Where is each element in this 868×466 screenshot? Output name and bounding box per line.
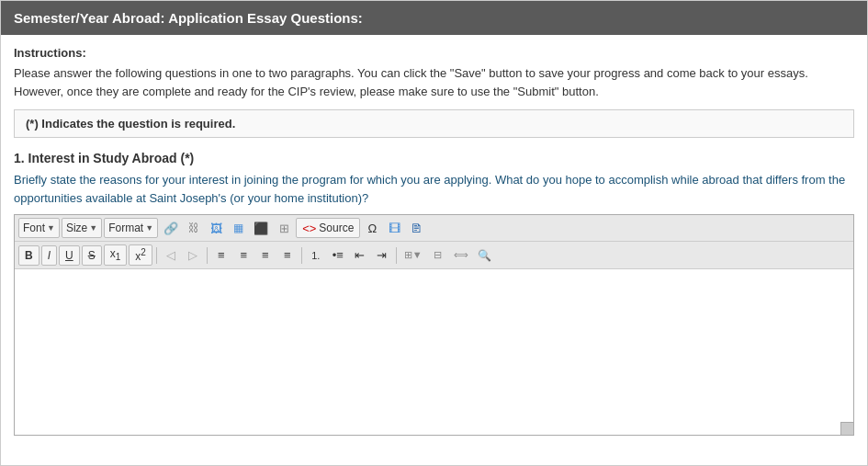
superscript-label: x2 <box>135 247 146 263</box>
template-button[interactable]: 🖹 <box>406 218 426 238</box>
page-wrapper: Semester/Year Abroad: Application Essay … <box>0 0 868 466</box>
indent-decrease-button[interactable]: ⇤ <box>350 245 370 266</box>
redo-icon: ▷ <box>188 248 197 262</box>
link-icon: 🔗 <box>163 222 178 235</box>
unordered-list-button[interactable]: •≡ <box>328 245 348 266</box>
justify-icon: ≡ <box>284 248 291 262</box>
undo-icon: ◁ <box>166 248 175 262</box>
question-description: Briefly state the reasons for your inter… <box>14 171 854 207</box>
find-button[interactable]: 🔍 <box>474 245 495 266</box>
align-left-button[interactable]: ≡ <box>211 245 231 266</box>
align-center-icon: ≡ <box>241 248 247 262</box>
table-tools-button[interactable]: ⊞▼ <box>400 245 426 266</box>
table-icon: ▦ <box>233 222 243 234</box>
font-chevron-icon: ▼ <box>47 223 55 233</box>
font-label: Font <box>23 222 45 234</box>
maximize-icon: ⟺ <box>454 249 468 261</box>
required-notice: (*) Indicates the question is required. <box>14 109 854 138</box>
media-button[interactable]: 🎞 <box>384 218 404 238</box>
font-dropdown[interactable]: Font ▼ <box>18 218 60 238</box>
omega-icon: Ω <box>368 222 378 235</box>
instructions-text: Please answer the following questions in… <box>14 64 854 100</box>
instructions-label: Instructions: <box>14 46 854 60</box>
strikethrough-button[interactable]: S <box>82 245 102 266</box>
table-tools-icon: ⊞▼ <box>404 249 423 261</box>
media-icon: 🎞 <box>389 222 400 235</box>
special-chars-button[interactable]: Ω <box>362 218 382 238</box>
rich-text-editor[interactable]: Font ▼ Size ▼ Format ▼ 🔗 <box>14 214 854 436</box>
indent-increase-icon: ⇥ <box>377 248 387 262</box>
toolbar-row2: B I U S x1 <box>15 242 853 269</box>
format-chevron-icon: ▼ <box>145 223 153 233</box>
format-label: Format <box>108 222 143 234</box>
align-right-button[interactable]: ≡ <box>255 245 276 266</box>
format-dropdown[interactable]: Format ▼ <box>104 218 158 238</box>
size-dropdown[interactable]: Size ▼ <box>62 218 102 238</box>
page-title: Semester/Year Abroad: Application Essay … <box>14 10 363 26</box>
template-icon: 🖹 <box>411 222 423 235</box>
align-right-icon: ≡ <box>262 248 269 262</box>
source-label: Source <box>319 222 354 234</box>
undo-button[interactable]: ◁ <box>161 245 181 266</box>
maximize-button[interactable]: ⟺ <box>450 245 472 266</box>
insert-special-button[interactable]: ⬛ <box>250 218 272 238</box>
separator2 <box>207 247 208 264</box>
subscript-label: x1 <box>110 247 121 262</box>
image-icon: 🖼 <box>210 222 222 235</box>
italic-label: I <box>48 249 51 262</box>
superscript-button[interactable]: x2 <box>129 244 152 266</box>
align-left-icon: ≡ <box>218 248 225 262</box>
toolbar-row1: Font ▼ Size ▼ Format ▼ 🔗 <box>15 215 853 242</box>
ordered-list-icon: 1. <box>311 250 320 261</box>
bold-label: B <box>25 249 33 262</box>
underline-button[interactable]: U <box>59 245 80 266</box>
italic-button[interactable]: I <box>41 245 57 266</box>
editor-resize-handle[interactable] <box>840 422 853 435</box>
editor-content-area[interactable] <box>15 269 853 435</box>
table-button[interactable]: ▦ <box>228 218 248 238</box>
show-blocks-button[interactable]: ⊟ <box>428 245 448 266</box>
size-chevron-icon: ▼ <box>89 223 97 233</box>
page-header: Semester/Year Abroad: Application Essay … <box>1 1 867 35</box>
link-button[interactable]: 🔗 <box>160 218 182 238</box>
align-center-button[interactable]: ≡ <box>233 245 254 266</box>
unlink-button[interactable]: ⛓ <box>184 218 204 238</box>
indent-decrease-icon: ⇤ <box>355 248 365 262</box>
separator1 <box>156 247 157 264</box>
question-title: 1. Interest in Study Abroad (*) <box>14 151 854 165</box>
strikethrough-label: S <box>88 249 96 262</box>
ordered-list-button[interactable]: 1. <box>306 245 326 266</box>
separator4 <box>396 247 397 264</box>
insert-table2-icon: ⊞ <box>279 222 289 235</box>
page-body: Instructions: Please answer the followin… <box>1 35 867 447</box>
source-brackets-icon: <> <box>302 222 316 235</box>
insert-special-icon: ⬛ <box>254 222 268 235</box>
show-blocks-icon: ⊟ <box>434 249 442 261</box>
redo-button[interactable]: ▷ <box>183 245 203 266</box>
bold-button[interactable]: B <box>18 245 39 266</box>
insert-table2-button[interactable]: ⊞ <box>274 218 294 238</box>
size-label: Size <box>66 222 87 234</box>
separator3 <box>301 247 302 264</box>
find-icon: 🔍 <box>478 249 491 262</box>
image-button[interactable]: 🖼 <box>206 218 226 238</box>
subscript-button[interactable]: x1 <box>104 244 128 265</box>
justify-button[interactable]: ≡ <box>277 245 298 266</box>
unordered-list-icon: •≡ <box>333 248 344 262</box>
source-button[interactable]: <> Source <box>296 218 360 238</box>
underline-label: U <box>65 249 73 262</box>
unlink-icon: ⛓ <box>188 222 199 234</box>
indent-increase-button[interactable]: ⇥ <box>372 245 392 266</box>
